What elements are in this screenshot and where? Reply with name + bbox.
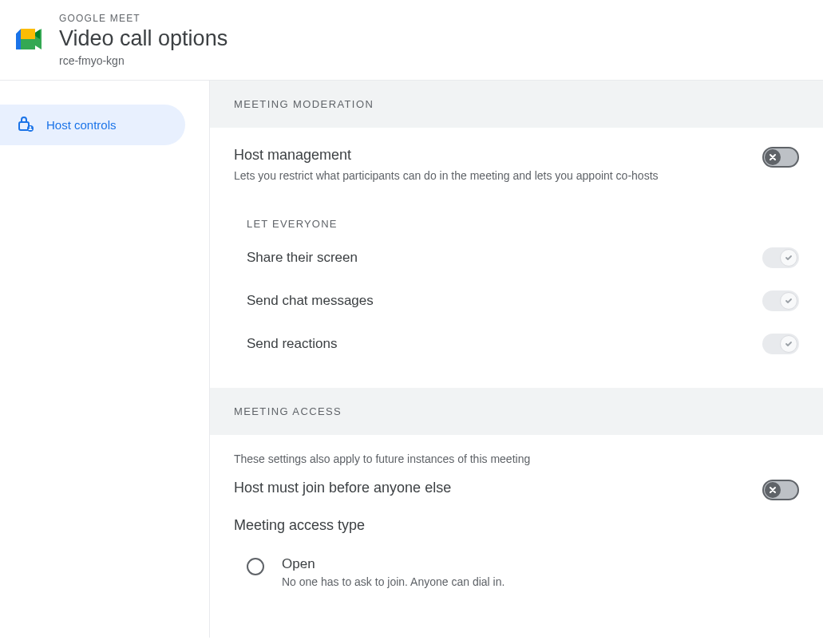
check-icon: [785, 297, 793, 305]
check-icon: [785, 340, 793, 348]
access-type-open-radio[interactable]: [247, 558, 264, 575]
google-meet-icon: [16, 29, 42, 53]
access-open-desc: No one has to ask to join. Anyone can di…: [282, 575, 504, 588]
host-management-desc: Lets you restrict what participants can …: [234, 168, 659, 184]
share-screen-label: Share their screen: [247, 250, 358, 266]
x-icon: [769, 153, 777, 161]
svg-rect-0: [21, 29, 27, 39]
section-meeting-moderation: MEETING MODERATION: [210, 81, 823, 128]
host-management-toggle[interactable]: [762, 147, 799, 168]
header: GOOGLE MEET Video call options rce-fmyo-…: [0, 0, 823, 81]
send-chat-label: Send chat messages: [247, 293, 374, 309]
lock-person-icon: [16, 114, 35, 136]
page-title: Video call options: [59, 26, 228, 51]
sidebar-item-label: Host controls: [46, 118, 117, 132]
content-panel: MEETING MODERATION Host management Lets …: [209, 81, 823, 638]
send-reactions-label: Send reactions: [247, 336, 337, 352]
host-management-title: Host management: [234, 147, 659, 164]
svg-point-8: [30, 126, 31, 128]
svg-rect-1: [21, 39, 27, 49]
check-icon: [785, 254, 793, 262]
sidebar-item-host-controls[interactable]: Host controls: [0, 105, 185, 145]
send-chat-toggle[interactable]: [762, 290, 799, 311]
x-icon: [769, 486, 777, 494]
let-everyone-label: LET EVERYONE: [210, 191, 823, 236]
share-screen-toggle[interactable]: [762, 247, 799, 268]
send-reactions-toggle[interactable]: [762, 334, 799, 354]
meeting-code: rce-fmyo-kgn: [59, 54, 228, 67]
access-open-label: Open: [282, 556, 504, 572]
meeting-access-type-title: Meeting access type: [234, 517, 799, 534]
svg-point-7: [27, 125, 34, 132]
app-name: GOOGLE MEET: [59, 13, 228, 24]
host-must-join-label: Host must join before anyone else: [234, 480, 451, 496]
access-note: These settings also apply to future inst…: [210, 435, 823, 473]
host-must-join-toggle[interactable]: [762, 480, 799, 500]
sidebar: Host controls: [0, 81, 209, 638]
section-meeting-access: MEETING ACCESS: [210, 388, 823, 435]
